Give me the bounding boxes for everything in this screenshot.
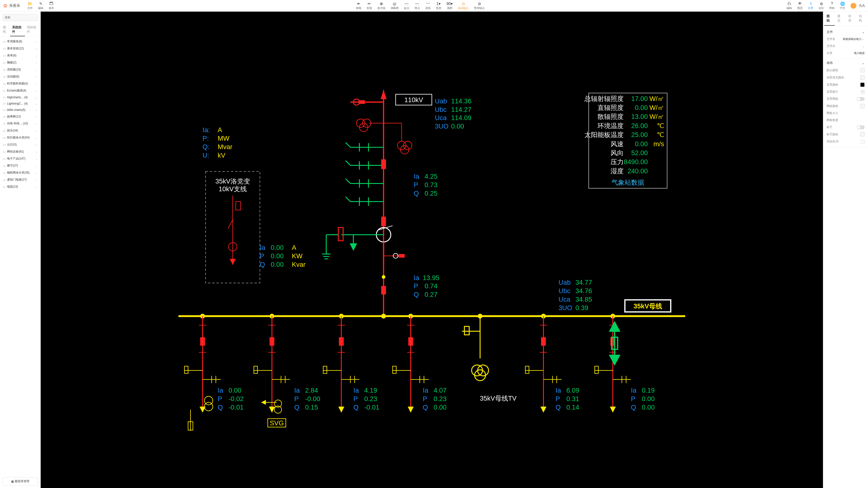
tree-item[interactable]: ▭LightningC... (4)⌄	[0, 100, 40, 107]
tool-起点[interactable]: —起点	[402, 0, 412, 11]
folder-icon: ▭	[3, 164, 6, 167]
svg-text:0.14: 0.14	[566, 403, 579, 411]
svg-text:散辐照度: 散辐照度	[597, 113, 624, 120]
svg-text:P: P	[260, 252, 264, 260]
tool-编辑[interactable]: ✎编辑	[36, 0, 46, 11]
grid-color-swatch[interactable]	[860, 104, 865, 108]
tool-自动锚点[interactable]: ⊙自动锚点	[456, 0, 471, 11]
chevron-down-icon: ⌄	[35, 129, 37, 132]
tool-缩略图[interactable]: ◎缩略图	[388, 0, 401, 11]
tree-item[interactable]: ▭时序图和类图(4)⌄	[0, 80, 40, 87]
svg-text:P:: P:	[203, 135, 209, 142]
tree-item[interactable]: ▭网络设备(81)⌄	[0, 148, 40, 155]
bg-image-edit[interactable]: ✎	[861, 90, 865, 94]
tree-item[interactable]: ▭物联网未分类(35)⌄	[0, 169, 40, 176]
tree-item[interactable]: ▭流程图(15)⌄	[0, 66, 40, 73]
category-value[interactable]: 电力能源	[854, 51, 865, 55]
component-tree: ▭常用图形(8)⌄▭基本形状(22)⌄▭表单(8)⌄▭脑图(2)⌄▭流程图(15…	[0, 37, 40, 475]
brand-icon	[3, 3, 8, 8]
tool-禁用锚点[interactable]: ⊘禁用锚点	[471, 0, 487, 11]
svg-marker-99	[229, 259, 236, 265]
tool-视图[interactable]: 90▾视图	[444, 0, 455, 11]
svg-text:0.00: 0.00	[451, 123, 464, 130]
tool-icon: 90▾	[446, 1, 453, 6]
svg-text:4.07: 4.07	[434, 387, 446, 394]
tree-item[interactable]: ▭表单(8)⌄	[0, 52, 40, 59]
tree-item[interactable]: ▭云(313)⌄	[0, 141, 40, 148]
default-color-swatch[interactable]	[860, 68, 865, 72]
chevron-down-icon: ⌄	[35, 75, 37, 78]
svg-text:W/㎡: W/㎡	[650, 113, 664, 120]
tree-item[interactable]: ▭活动图(8)⌄	[0, 73, 40, 80]
tool-终点[interactable]: —终点	[412, 0, 423, 11]
tool-分享[interactable]: ⇪分享	[806, 0, 816, 11]
bg-grid-toggle[interactable]	[857, 97, 865, 101]
username: 凡凡	[859, 4, 865, 8]
tool-铅笔[interactable]: ✏铅笔	[364, 0, 374, 11]
tree-item[interactable]: ▭Echarts图表(4)⌄	[0, 87, 40, 94]
right-panel: 图纸 通信 布局 结构 文件⌄ 文件名新能源电站电力SC. 文件夹⌄ 分类电力能…	[823, 11, 868, 488]
tree-item[interactable]: ▭电子产品(147)⌄	[0, 155, 40, 162]
pen-fill-swatch[interactable]	[860, 75, 865, 79]
tool-社区[interactable]: ⊚社区	[816, 0, 826, 11]
tool-帮助[interactable]: ?帮助	[827, 0, 837, 11]
tool-线宽[interactable]: 1▾线宽	[434, 0, 444, 11]
svg-rect-217	[465, 326, 469, 335]
tool-编辑[interactable]: 🗀编辑	[784, 0, 795, 11]
tool-预览[interactable]: 👁预览	[795, 0, 805, 11]
tree-item[interactable]: ▭拓扑图未分类(54)⌄	[0, 134, 40, 141]
tool-钢笔[interactable]: ✒钢笔	[353, 0, 364, 11]
rtab-structure[interactable]: 结构	[857, 11, 867, 26]
tree-item[interactable]: ▭箭头(34)⌄	[0, 127, 40, 134]
search-input[interactable]	[2, 14, 38, 21]
svg-text:0.25: 0.25	[425, 190, 437, 197]
tree-item[interactable]: ▭电阻(23)⌄	[0, 183, 40, 190]
tree-item[interactable]: ▭楼宇(37)⌄	[0, 162, 40, 169]
svg-text:114.27: 114.27	[451, 106, 471, 113]
tree-item[interactable]: ▭Highcharts... (4)⌄	[0, 94, 40, 100]
rtab-layout[interactable]: 布局	[846, 11, 857, 26]
tree-item[interactable]: ▭常用图形(8)⌄	[0, 38, 40, 45]
avatar[interactable]	[850, 3, 857, 9]
top-toolbar: 乐吾乐 📁文件✎编辑🗔保存 ✒钢笔✏铅笔⊕放大镜◎缩略图—起点—终点〰连线1▾线…	[0, 0, 868, 11]
filename-value[interactable]: 新能源电站电力SC.	[843, 37, 865, 41]
tool-连线[interactable]: 〰连线	[423, 0, 433, 11]
tree-item[interactable]: ▭故障树(12)⌄	[0, 113, 40, 120]
tool-icon: ✎	[39, 1, 42, 6]
tree-item[interactable]: ▭逻辑门电路(27)⌄	[0, 176, 40, 183]
tool-中文[interactable]: 🌐中文	[837, 0, 848, 11]
tool-文件[interactable]: 📁文件	[25, 0, 35, 11]
tab-drawings[interactable]: 图纸	[1, 23, 10, 36]
tree-item[interactable]: ▭待售-特殊... (10)⌄	[0, 120, 40, 127]
init-js-edit[interactable]: ⋯	[861, 140, 865, 143]
svg-text:P: P	[414, 282, 418, 290]
tool-保存[interactable]: 🗔保存	[46, 0, 56, 11]
svg-text:P: P	[294, 395, 299, 402]
tree-item[interactable]: ▭脑图(2)⌄	[0, 59, 40, 66]
rtab-comm[interactable]: 通信	[835, 11, 845, 26]
chevron-down-icon[interactable]: ⌄	[862, 30, 865, 34]
chevron-down-icon: ⌄	[35, 136, 37, 139]
tool-放大镜[interactable]: ⊕放大镜	[375, 0, 388, 11]
svg-text:风速: 风速	[611, 140, 624, 148]
canvas[interactable]: 110kV	[41, 11, 823, 488]
ruler-toggle[interactable]	[857, 125, 865, 129]
tab-my-components[interactable]: 我的组件	[25, 23, 39, 36]
chevron-down-icon[interactable]: ⌄	[862, 44, 865, 48]
chevron-down-icon[interactable]: ⌄	[862, 61, 865, 65]
svg-text:Ia: Ia	[260, 244, 266, 251]
ruler-color-swatch[interactable]	[860, 132, 865, 136]
svg-text:0.00: 0.00	[228, 387, 241, 394]
bg-color-swatch[interactable]	[860, 83, 865, 87]
folder-icon: ▭	[3, 96, 6, 99]
tab-system-components[interactable]: 系统组件	[10, 23, 25, 36]
tree-item[interactable]: ▭基本形状(22)⌄	[0, 45, 40, 52]
tree-item[interactable]: ▭le5le charts(5)⌄	[0, 107, 40, 113]
manage-library-button[interactable]: ▦ 图形库管理	[2, 477, 38, 486]
tool-icon: ⊙	[462, 1, 465, 6]
svg-text:0.00: 0.00	[271, 261, 284, 268]
rtab-drawing[interactable]: 图纸	[824, 11, 835, 26]
folder-icon: ▭	[3, 185, 6, 189]
svg-text:m/s: m/s	[653, 140, 664, 148]
tool-icon: ⊚	[820, 1, 823, 6]
